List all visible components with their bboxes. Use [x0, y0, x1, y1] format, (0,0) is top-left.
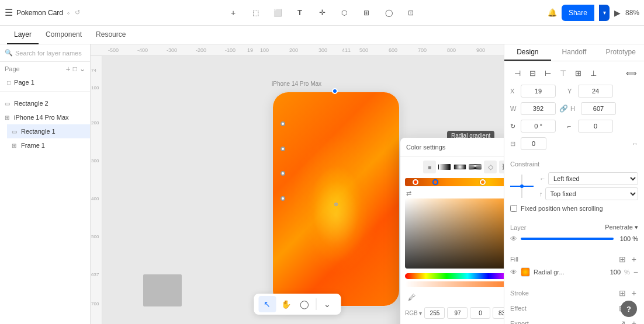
section-tool-button[interactable]: ⊞	[358, 5, 375, 21]
stroke-settings-button[interactable]: ⊞	[617, 288, 628, 298]
text-tool-button[interactable]: T	[292, 5, 308, 21]
align-center-h-button[interactable]: ⊞	[571, 66, 585, 80]
selection-handle-2[interactable]	[281, 147, 285, 151]
angular-mode-button[interactable]	[469, 164, 482, 170]
selection-handle-3[interactable]	[281, 171, 285, 176]
layer-item-rectangle1[interactable]: ▭ Rectangle 1	[7, 124, 90, 138]
alpha-slider[interactable]	[405, 281, 504, 287]
help-button[interactable]: ?	[621, 301, 637, 317]
gradient-stop-3[interactable]	[480, 179, 486, 185]
layer-list: ▭ Rectangle 2 ⊞ iPhone 14 Pro Max ▭ Rect…	[0, 94, 90, 324]
search-input[interactable]	[15, 50, 96, 57]
select-tool-button[interactable]: ↖	[258, 296, 276, 312]
fill-settings-button[interactable]: ⊞	[617, 255, 628, 264]
top-constraint-select[interactable]: Top fixed Bottom fixed Scale	[545, 187, 639, 200]
tab-resource[interactable]: Resource	[89, 26, 133, 44]
selection-handle-1[interactable]	[281, 121, 285, 126]
gradient-stop-1[interactable]	[413, 179, 418, 185]
page-chevron-button[interactable]: ⌄	[79, 65, 85, 73]
x-input[interactable]	[521, 85, 556, 97]
shape-tool-button[interactable]: ⬜	[269, 5, 286, 21]
w-input[interactable]	[521, 102, 556, 115]
align-center-v-button[interactable]: ⊟	[525, 66, 539, 80]
layer-item-rectangle2[interactable]: ▭ Rectangle 2	[0, 96, 90, 110]
size-input1[interactable]	[521, 137, 546, 150]
resize-icon[interactable]: ↔	[632, 140, 638, 147]
layer-opacity-row: 👁 100 %	[504, 234, 644, 246]
h-input[interactable]	[581, 102, 616, 115]
hue-slider[interactable]	[405, 273, 504, 279]
notification-icon[interactable]: 🔔	[548, 8, 557, 17]
tab-design[interactable]: Design	[504, 44, 551, 61]
rotation-icon[interactable]: ↻	[510, 123, 518, 130]
link-icon[interactable]: 🔗	[559, 104, 568, 113]
eyedropper-button[interactable]: 🖉	[405, 291, 418, 304]
solid-mode-button[interactable]: ■	[423, 161, 436, 173]
layer-opacity-slider[interactable]	[521, 238, 614, 240]
hand-tool-button[interactable]: ✋	[277, 296, 295, 312]
red-field[interactable]	[424, 307, 445, 319]
y-input[interactable]	[578, 85, 613, 97]
alpha-field[interactable]	[493, 307, 504, 319]
distribute-h-button[interactable]: ⟺	[624, 66, 638, 80]
page-item[interactable]: □ Page 1	[0, 76, 90, 89]
image-tool-button[interactable]: ⊡	[403, 5, 419, 21]
version-icon[interactable]: ⬦	[67, 9, 70, 16]
crosshair-tool-button[interactable]: ✛	[314, 5, 330, 21]
align-top-button[interactable]: ⊤	[556, 66, 570, 80]
reverse-icon[interactable]: ⇄	[406, 190, 411, 197]
frame-tool-button[interactable]: ⬚	[247, 5, 264, 21]
fill-eye-icon[interactable]: 👁	[510, 268, 517, 276]
corner-input[interactable]	[578, 120, 613, 133]
diamond-mode-button[interactable]: ◇	[484, 161, 497, 173]
add-page-button[interactable]: +	[66, 64, 71, 74]
linear-mode-button[interactable]	[438, 164, 451, 170]
radial-mode-button[interactable]	[453, 164, 466, 170]
page-list-button[interactable]: □	[73, 65, 77, 73]
layer-item-iphone[interactable]: ⊞ iPhone 14 Pro Max	[0, 110, 90, 124]
share-button[interactable]: Share	[562, 5, 594, 21]
circle-tool-button[interactable]: ◯	[380, 5, 397, 21]
present-button[interactable]: ▶	[614, 8, 621, 18]
left-constraint-select[interactable]: Left fixed Right fixed Scale	[548, 172, 638, 185]
gradient-bar[interactable]	[405, 178, 504, 186]
tab-layer[interactable]: Layer	[7, 26, 39, 44]
rotation-input[interactable]	[521, 120, 556, 133]
align-right-button[interactable]: ⊢	[541, 66, 555, 80]
doc-colors-label[interactable]: Color of the current document ▾	[400, 321, 504, 324]
fill-add-button[interactable]: +	[630, 255, 638, 264]
ruler-mark: -300	[167, 47, 177, 53]
export-add-button[interactable]: +	[630, 319, 638, 324]
layer-eye-icon[interactable]: 👁	[510, 235, 517, 243]
rgb-label[interactable]: RGB ▾	[405, 310, 422, 316]
polygon-tool-button[interactable]: ⬡	[336, 5, 352, 21]
align-bottom-button[interactable]: ⊥	[586, 66, 600, 80]
zoom-label[interactable]: 88%	[625, 9, 639, 17]
layer-item-frame1[interactable]: ⊞ Frame 1	[7, 138, 90, 152]
export-settings-button[interactable]: ↗	[617, 319, 628, 324]
center-handle[interactable]	[334, 203, 338, 206]
selection-handle-4[interactable]	[281, 196, 285, 201]
stroke-add-button[interactable]: +	[630, 288, 638, 298]
undo-icon[interactable]: ↺	[75, 9, 80, 16]
gradient-stop-2[interactable]	[432, 179, 438, 185]
blue-field[interactable]	[470, 307, 490, 319]
tab-prototype[interactable]: Prototype	[597, 44, 644, 61]
fill-remove-button[interactable]: −	[633, 267, 638, 277]
tab-component[interactable]: Component	[39, 26, 89, 44]
green-field[interactable]	[447, 307, 468, 319]
color-gradient-canvas[interactable]	[405, 198, 504, 269]
fixed-position-checkbox[interactable]	[510, 205, 517, 212]
layer-mode-label[interactable]: Penetrate ▾	[605, 224, 638, 231]
more-tools-button[interactable]: ⌄	[318, 296, 336, 312]
image-mode-button[interactable]: 🖼	[499, 161, 504, 173]
fill-color-swatch[interactable]	[521, 267, 530, 277]
align-left-button[interactable]: ⊣	[510, 66, 524, 80]
menu-icon[interactable]: ☰	[5, 7, 13, 18]
frame-tool-bottom-button[interactable]: ◯	[296, 296, 313, 312]
tab-handoff[interactable]: Handoff	[551, 44, 598, 61]
add-button[interactable]: +	[225, 5, 241, 21]
toolbar-divider	[316, 298, 316, 310]
selection-handle-top[interactable]	[332, 88, 338, 94]
share-dropdown-button[interactable]: ▾	[599, 5, 610, 21]
